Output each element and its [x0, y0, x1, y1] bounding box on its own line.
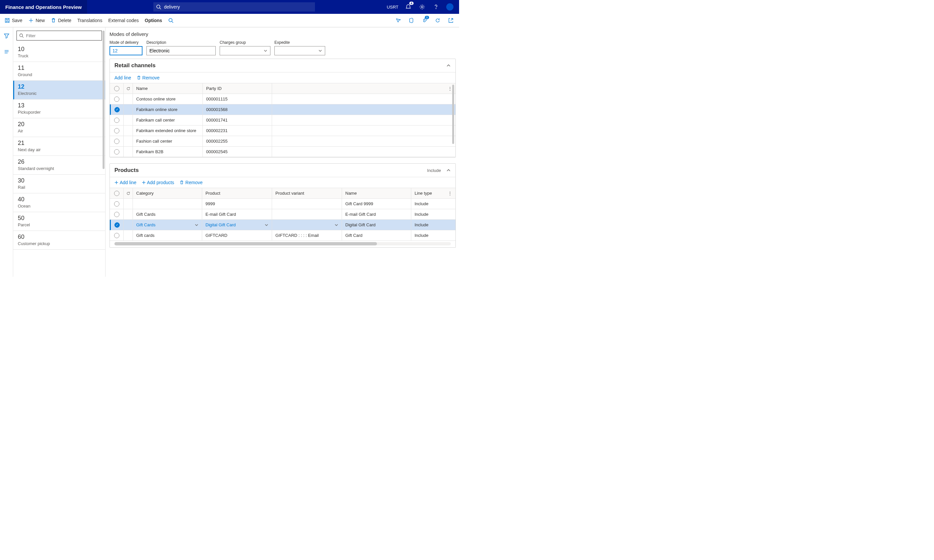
product-linetype-cell[interactable]: Include: [411, 220, 434, 230]
refresh-icon[interactable]: [126, 191, 131, 196]
global-search-input[interactable]: [153, 2, 315, 12]
office-icon[interactable]: [408, 17, 415, 24]
external-codes-button[interactable]: External codes: [108, 18, 139, 23]
mode-list-item[interactable]: 26Standard overnight: [13, 156, 105, 175]
row-checkbox[interactable]: [114, 118, 119, 123]
retail-name-cell[interactable]: Fabrikam online store: [133, 105, 203, 115]
list-scrollbar[interactable]: [103, 31, 105, 169]
retail-col-name[interactable]: Name: [133, 83, 203, 94]
delete-button[interactable]: Delete: [51, 18, 71, 23]
retail-name-cell[interactable]: Contoso online store: [133, 94, 203, 104]
row-checkbox[interactable]: [114, 233, 119, 238]
mode-list-item[interactable]: 60Customer pickup: [13, 231, 105, 250]
mode-list-item[interactable]: 11Ground: [13, 62, 105, 81]
mode-list-item[interactable]: 13Pickuporder: [13, 100, 105, 118]
product-name-cell[interactable]: Digital Gift Card: [342, 220, 411, 230]
product-linetype-cell[interactable]: Include: [411, 209, 434, 219]
user-label[interactable]: USRT: [387, 5, 398, 9]
retail-party-cell[interactable]: 000001115: [203, 94, 272, 104]
save-button[interactable]: Save: [5, 18, 22, 23]
product-name-cell[interactable]: Gift Card: [342, 230, 411, 240]
products-header[interactable]: Products Include: [110, 164, 455, 177]
row-checkbox[interactable]: [114, 128, 119, 134]
grid-scrollbar[interactable]: [452, 85, 454, 144]
product-linetype-cell[interactable]: Include: [411, 198, 434, 209]
refresh-icon[interactable]: [126, 86, 131, 91]
row-checkbox[interactable]: [114, 139, 119, 144]
products-col-linetype[interactable]: Line type: [411, 188, 434, 198]
product-row[interactable]: 9999Gift Card 9999Include: [110, 198, 455, 209]
retail-row[interactable]: Contoso online store000001115: [110, 94, 455, 105]
row-checkbox[interactable]: [114, 107, 120, 112]
page-search-icon[interactable]: [168, 18, 173, 23]
retail-party-cell[interactable]: 000002231: [203, 126, 272, 136]
mode-list-item[interactable]: 10Truck: [13, 43, 105, 62]
expedite-select[interactable]: [275, 46, 325, 55]
select-all-checkbox[interactable]: [114, 86, 119, 91]
new-button[interactable]: New: [28, 18, 45, 23]
product-variant-cell[interactable]: [272, 220, 342, 230]
product-product-cell[interactable]: 9999: [202, 198, 272, 209]
product-linetype-cell[interactable]: Include: [411, 230, 434, 240]
retail-name-cell[interactable]: Fabrikam B2B: [133, 146, 203, 157]
grid-more-icon[interactable]: ⋮: [448, 191, 455, 196]
help-icon[interactable]: [432, 3, 440, 11]
mode-list-item[interactable]: 40Ocean: [13, 193, 105, 212]
filter-input[interactable]: [17, 31, 102, 40]
mode-input[interactable]: [110, 46, 142, 55]
retail-name-cell[interactable]: Fabrikam call center: [133, 115, 203, 125]
row-checkbox[interactable]: [114, 201, 119, 206]
horizontal-scrollbar[interactable]: [114, 242, 451, 245]
copilot-icon[interactable]: [394, 17, 402, 24]
retail-col-party[interactable]: Party ID: [203, 83, 272, 94]
row-checkbox[interactable]: [114, 212, 119, 217]
product-variant-cell[interactable]: [272, 198, 342, 209]
products-col-product[interactable]: Product: [202, 188, 272, 198]
retail-row[interactable]: Fabrikam online store000001568: [110, 105, 455, 115]
translations-button[interactable]: Translations: [77, 18, 102, 23]
product-category-cell[interactable]: Gift cards: [133, 230, 202, 240]
product-variant-cell[interactable]: [272, 209, 342, 219]
charges-select[interactable]: [220, 46, 270, 55]
retail-remove-button[interactable]: Remove: [137, 75, 160, 80]
mode-list-item[interactable]: 30Rail: [13, 175, 105, 193]
refresh-icon[interactable]: [434, 17, 441, 24]
retail-name-cell[interactable]: Fabrikam extended online store: [133, 126, 203, 136]
product-name-cell[interactable]: Gift Card 9999: [342, 198, 411, 209]
select-all-checkbox[interactable]: [114, 191, 119, 196]
row-checkbox[interactable]: [114, 149, 119, 154]
product-category-cell[interactable]: [133, 198, 202, 209]
product-product-cell[interactable]: E-mail Gift Card: [202, 209, 272, 219]
products-col-variant[interactable]: Product variant: [272, 188, 342, 198]
avatar[interactable]: [446, 3, 454, 11]
product-row[interactable]: Gift CardsDigital Gift CardDigital Gift …: [110, 220, 455, 230]
mode-list-item[interactable]: 21Next day air: [13, 137, 105, 156]
product-row[interactable]: Gift cardsGIFTCARDGIFTCARD : : : : Email…: [110, 230, 455, 241]
products-add-products-button[interactable]: Add products: [142, 180, 174, 185]
product-name-cell[interactable]: E-mail Gift Card: [342, 209, 411, 219]
products-col-name[interactable]: Name: [342, 188, 411, 198]
row-checkbox[interactable]: [114, 222, 120, 228]
mode-list-item[interactable]: 20Air: [13, 118, 105, 137]
product-product-cell[interactable]: GIFTCARD: [202, 230, 272, 240]
list-icon[interactable]: [2, 47, 11, 56]
retail-row[interactable]: Fabrikam call center000001741: [110, 115, 455, 126]
retail-row[interactable]: Fabrikam B2B000002545: [110, 146, 455, 157]
mode-list-item[interactable]: 12Electronic: [13, 81, 105, 100]
product-category-cell[interactable]: Gift Cards: [133, 220, 202, 230]
mode-list-item[interactable]: 50Parcel: [13, 212, 105, 231]
product-variant-cell[interactable]: GIFTCARD : : : : Email: [272, 230, 342, 240]
retail-party-cell[interactable]: 000002255: [203, 136, 272, 146]
retail-row[interactable]: Fabrikam extended online store000002231: [110, 126, 455, 136]
retail-party-cell[interactable]: 000001568: [203, 105, 272, 115]
retail-party-cell[interactable]: 000001741: [203, 115, 272, 125]
popout-icon[interactable]: [447, 17, 454, 24]
products-col-category[interactable]: Category: [133, 188, 202, 198]
product-product-cell[interactable]: Digital Gift Card: [202, 220, 272, 230]
description-input[interactable]: [147, 46, 216, 55]
retail-row[interactable]: Fashion call center000002255: [110, 136, 455, 146]
grid-more-icon[interactable]: ⋮: [448, 86, 455, 91]
row-checkbox[interactable]: [114, 97, 119, 102]
product-category-cell[interactable]: Gift Cards: [133, 209, 202, 219]
retail-channels-header[interactable]: Retail channels: [110, 59, 455, 72]
